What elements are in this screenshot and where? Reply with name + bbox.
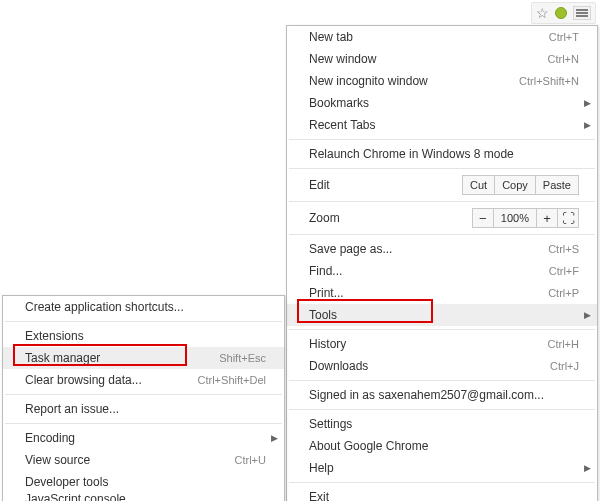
menu-label: Encoding: [25, 431, 75, 445]
menu-new-tab[interactable]: New tab Ctrl+T: [287, 26, 597, 48]
toolbar: ☆: [531, 2, 596, 24]
zoom-out-button[interactable]: −: [472, 208, 494, 228]
menu-hamburger-icon[interactable]: [573, 6, 591, 20]
menu-new-window[interactable]: New window Ctrl+N: [287, 48, 597, 70]
submenu-clear-data[interactable]: Clear browsing data... Ctrl+Shift+Del: [3, 369, 284, 391]
menu-shortcut: Ctrl+Shift+N: [519, 75, 579, 87]
menu-label: Settings: [309, 417, 352, 431]
separator: [289, 234, 595, 235]
menu-shortcut: Ctrl+J: [550, 360, 579, 372]
menu-label: Zoom: [309, 211, 340, 225]
extension-dot-icon[interactable]: [555, 7, 567, 19]
chevron-right-icon: ▶: [584, 98, 591, 108]
menu-label: Clear browsing data...: [25, 373, 142, 387]
menu-shortcut: Ctrl+N: [548, 53, 579, 65]
menu-label: Report an issue...: [25, 402, 119, 416]
menu-shortcut: Ctrl+Shift+Del: [198, 374, 266, 386]
submenu-create-shortcuts[interactable]: Create application shortcuts...: [3, 296, 284, 318]
menu-signed-in[interactable]: Signed in as saxenahem2507@gmail.com...: [287, 384, 597, 406]
menu-exit[interactable]: Exit: [287, 486, 597, 501]
menu-shortcut: Ctrl+P: [548, 287, 579, 299]
menu-label: Print...: [309, 286, 344, 300]
menu-about[interactable]: About Google Chrome: [287, 435, 597, 457]
menu-label: Tools: [309, 308, 337, 322]
menu-label: Extensions: [25, 329, 84, 343]
menu-label: Bookmarks: [309, 96, 369, 110]
submenu-encoding[interactable]: Encoding ▶: [3, 427, 284, 449]
menu-tools[interactable]: Tools ▶: [287, 304, 597, 326]
menu-shortcut: Ctrl+S: [548, 243, 579, 255]
menu-help[interactable]: Help ▶: [287, 457, 597, 479]
edit-copy-button[interactable]: Copy: [494, 175, 536, 195]
separator: [289, 482, 595, 483]
menu-label: Create application shortcuts...: [25, 300, 184, 314]
chevron-right-icon: ▶: [584, 310, 591, 320]
menu-shortcut: Shift+Esc: [219, 352, 266, 364]
menu-label: Task manager: [25, 351, 100, 365]
menu-recent-tabs[interactable]: Recent Tabs ▶: [287, 114, 597, 136]
chevron-right-icon: ▶: [584, 463, 591, 473]
separator: [289, 201, 595, 202]
menu-label: New window: [309, 52, 376, 66]
separator: [5, 423, 282, 424]
menu-shortcut: Ctrl+U: [235, 454, 266, 466]
chevron-right-icon: ▶: [584, 120, 591, 130]
submenu-dev-tools[interactable]: Developer tools: [3, 471, 284, 493]
menu-label: Developer tools: [25, 475, 108, 489]
menu-relaunch[interactable]: Relaunch Chrome in Windows 8 mode: [287, 143, 597, 165]
menu-label: JavaScript console: [25, 493, 126, 501]
menu-label: Signed in as saxenahem2507@gmail.com...: [309, 388, 544, 402]
zoom-value: 100%: [493, 208, 537, 228]
menu-print[interactable]: Print... Ctrl+P: [287, 282, 597, 304]
submenu-extensions[interactable]: Extensions: [3, 325, 284, 347]
menu-shortcut: Ctrl+H: [548, 338, 579, 350]
menu-label: Save page as...: [309, 242, 392, 256]
menu-save-as[interactable]: Save page as... Ctrl+S: [287, 238, 597, 260]
bookmark-star-icon[interactable]: ☆: [536, 5, 549, 21]
chevron-right-icon: ▶: [271, 433, 278, 443]
menu-settings[interactable]: Settings: [287, 413, 597, 435]
submenu-view-source[interactable]: View source Ctrl+U: [3, 449, 284, 471]
edit-cut-button[interactable]: Cut: [462, 175, 495, 195]
menu-label: History: [309, 337, 346, 351]
menu-downloads[interactable]: Downloads Ctrl+J: [287, 355, 597, 377]
menu-label: Relaunch Chrome in Windows 8 mode: [309, 147, 514, 161]
menu-label: New tab: [309, 30, 353, 44]
menu-label: About Google Chrome: [309, 439, 428, 453]
separator: [289, 168, 595, 169]
menu-shortcut: Ctrl+T: [549, 31, 579, 43]
separator: [289, 409, 595, 410]
fullscreen-button[interactable]: ⛶: [557, 208, 579, 228]
menu-label: New incognito window: [309, 74, 428, 88]
chrome-main-menu: New tab Ctrl+T New window Ctrl+N New inc…: [286, 25, 598, 501]
menu-label: Recent Tabs: [309, 118, 376, 132]
menu-label: Downloads: [309, 359, 368, 373]
menu-new-incognito[interactable]: New incognito window Ctrl+Shift+N: [287, 70, 597, 92]
tools-submenu: Create application shortcuts... Extensio…: [2, 295, 285, 501]
zoom-in-button[interactable]: +: [536, 208, 558, 228]
separator: [5, 321, 282, 322]
menu-zoom-row: Zoom − 100% + ⛶: [287, 205, 597, 231]
separator: [289, 329, 595, 330]
separator: [289, 380, 595, 381]
menu-label: Exit: [309, 490, 329, 501]
edit-paste-button[interactable]: Paste: [535, 175, 579, 195]
menu-shortcut: Ctrl+F: [549, 265, 579, 277]
menu-history[interactable]: History Ctrl+H: [287, 333, 597, 355]
submenu-js-console[interactable]: JavaScript console: [3, 493, 284, 501]
menu-bookmarks[interactable]: Bookmarks ▶: [287, 92, 597, 114]
menu-label: Edit: [309, 178, 330, 192]
separator: [5, 394, 282, 395]
submenu-report-issue[interactable]: Report an issue...: [3, 398, 284, 420]
submenu-task-manager[interactable]: Task manager Shift+Esc: [3, 347, 284, 369]
separator: [289, 139, 595, 140]
menu-edit-row: Edit Cut Copy Paste: [287, 172, 597, 198]
menu-label: Find...: [309, 264, 342, 278]
menu-label: Help: [309, 461, 334, 475]
menu-label: View source: [25, 453, 90, 467]
menu-find[interactable]: Find... Ctrl+F: [287, 260, 597, 282]
